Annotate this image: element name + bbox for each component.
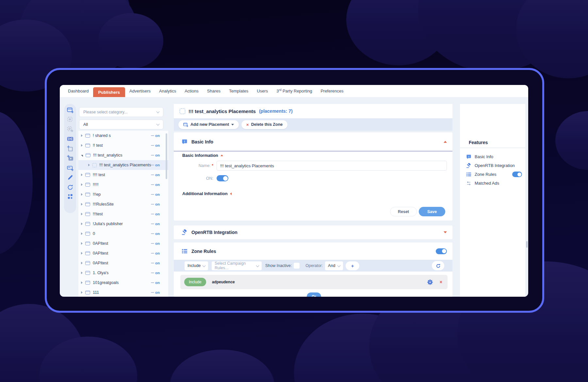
expand-node-icon[interactable] xyxy=(81,183,83,186)
tree-row[interactable]: 0APIteston xyxy=(78,258,168,268)
collapse-node-icon[interactable] xyxy=(81,155,83,157)
tree-row[interactable]: !!!epon xyxy=(78,190,168,199)
expand-node-icon[interactable] xyxy=(81,272,83,274)
item-on-toggle[interactable]: on xyxy=(151,183,160,187)
tree-item-label[interactable]: !!!RulesSite xyxy=(93,202,114,207)
expand-node-icon[interactable] xyxy=(81,193,83,196)
add-site-icon[interactable] xyxy=(67,107,74,113)
collapse-group-icon[interactable] xyxy=(220,155,223,156)
tree-row[interactable]: 0APIteston xyxy=(78,239,168,248)
nav-item-publishers[interactable]: Publishers xyxy=(93,87,125,97)
expand-node-icon[interactable] xyxy=(81,213,83,215)
expand-node-icon[interactable] xyxy=(81,203,83,206)
item-on-toggle[interactable]: on xyxy=(151,212,160,216)
expand-node-icon[interactable] xyxy=(81,262,83,264)
collapse-section-icon[interactable] xyxy=(444,141,447,143)
expand-node-icon[interactable] xyxy=(81,223,83,225)
tree-row[interactable]: !!!!!on xyxy=(78,180,168,190)
campaign-rules-select[interactable]: Select Campaign Rules... xyxy=(212,261,262,270)
nav-item-preferences[interactable]: Preferences xyxy=(316,89,348,93)
item-on-toggle[interactable]: on xyxy=(151,192,160,196)
item-on-toggle[interactable]: on xyxy=(151,134,160,138)
tree-item-label[interactable]: 0APItest xyxy=(93,261,108,265)
add-dynamic-zone-icon[interactable]: D xyxy=(67,126,74,133)
tree-item-label[interactable]: ! shared s xyxy=(93,133,111,138)
nav-item-templates[interactable]: Templates xyxy=(225,89,253,93)
add-placement-button[interactable]: Add new Placement xyxy=(178,120,239,129)
tree-item-label[interactable]: 1. Olya's xyxy=(93,271,108,275)
zone-rules-feature-toggle[interactable] xyxy=(512,172,522,177)
tree-item-label[interactable]: !!! test_analytics Placements xyxy=(99,163,151,167)
tree-item-label[interactable]: !! test xyxy=(93,143,103,148)
tree-row[interactable]: !!!! teston xyxy=(78,170,168,180)
tree-row[interactable]: !!!RulesSiteon xyxy=(78,199,168,209)
tree-row[interactable]: 0on xyxy=(78,229,168,239)
category-select[interactable]: Please select category... xyxy=(79,107,163,117)
nav-item-shares[interactable]: Shares xyxy=(203,89,225,93)
add-popup-icon[interactable] xyxy=(67,165,74,171)
add-rule-button[interactable]: + xyxy=(346,261,359,270)
add-video-spot-icon[interactable] xyxy=(67,155,74,161)
refresh-rules-button[interactable] xyxy=(432,261,444,270)
expand-node-icon[interactable] xyxy=(81,242,83,245)
tree-item-label[interactable]: !!!ep xyxy=(93,192,101,197)
show-inactive-checkbox[interactable] xyxy=(294,263,300,269)
delete-zone-button[interactable]: × Delete this Zone xyxy=(241,120,287,129)
tree-row[interactable]: !!!teston xyxy=(78,209,168,219)
zone-on-toggle[interactable] xyxy=(217,175,228,181)
gear-icon[interactable] xyxy=(427,279,433,285)
feature-item-zone-rules[interactable]: Zone Rules xyxy=(466,170,522,179)
edit-pencil-icon[interactable] xyxy=(67,174,74,181)
item-on-toggle[interactable]: on xyxy=(151,232,160,236)
item-on-toggle[interactable]: on xyxy=(151,251,160,255)
tree-row[interactable]: !! teston xyxy=(78,141,168,150)
tree-item-label[interactable]: 111 xyxy=(93,290,99,295)
item-on-toggle[interactable]: on xyxy=(151,202,160,206)
item-on-toggle[interactable]: on xyxy=(151,261,160,265)
delete-rule-icon[interactable]: × xyxy=(440,280,442,284)
nav-item-actions[interactable]: Actions xyxy=(180,89,203,93)
feature-item-openrtb[interactable]: OpenRTB Integration xyxy=(466,161,522,170)
expand-group-icon[interactable] xyxy=(230,192,232,195)
reset-button[interactable]: Reset xyxy=(390,207,417,216)
nav-item-3rd-party-reporting[interactable]: 3rd Party Reporting xyxy=(272,88,316,93)
expand-node-icon[interactable] xyxy=(81,174,83,176)
tree-item-label[interactable]: !!! test_analytics xyxy=(93,153,122,158)
operator-select[interactable]: And xyxy=(325,261,343,270)
tree-scrollbar[interactable] xyxy=(166,133,167,179)
item-on-toggle[interactable]: on xyxy=(151,153,160,157)
app-scrollbar[interactable] xyxy=(526,241,528,248)
tree-row[interactable]: 111on xyxy=(78,288,168,297)
expand-node-icon[interactable] xyxy=(81,232,83,235)
nav-item-dashboard[interactable]: Dashboard xyxy=(64,89,93,93)
add-zone-icon[interactable] xyxy=(67,116,74,123)
or-operator-button[interactable]: Or xyxy=(307,292,321,297)
item-on-toggle[interactable]: on xyxy=(151,173,160,177)
tree-item-label[interactable]: 0APItest xyxy=(93,251,108,256)
tree-row[interactable]: !!! test_analyticson xyxy=(78,150,168,160)
item-on-toggle[interactable]: on xyxy=(151,241,160,245)
tree-item-label[interactable]: !!!test xyxy=(93,212,103,216)
expand-node-icon[interactable] xyxy=(81,291,83,294)
expand-node-icon[interactable] xyxy=(81,144,83,147)
item-on-toggle[interactable]: on xyxy=(151,143,160,147)
expand-node-icon[interactable] xyxy=(81,281,83,284)
add-banner-icon[interactable] xyxy=(67,136,74,142)
feature-item-basic-info[interactable]: i Basic Info xyxy=(466,152,522,161)
scope-select[interactable]: All xyxy=(79,120,163,129)
feature-item-matched-ads[interactable]: Matched Ads xyxy=(466,179,522,188)
tree-item-label[interactable]: 101greatgoals xyxy=(93,280,119,285)
item-on-toggle[interactable]: on xyxy=(151,163,160,167)
nav-item-users[interactable]: Users xyxy=(253,89,272,93)
item-on-toggle[interactable]: on xyxy=(151,291,160,294)
zone-name-input[interactable] xyxy=(217,161,447,171)
item-on-toggle[interactable]: on xyxy=(151,271,160,275)
item-on-toggle[interactable]: on xyxy=(151,281,160,285)
tree-row[interactable]: ! shared son xyxy=(78,131,168,141)
tree-item-label[interactable]: 0APItest xyxy=(93,241,108,246)
rule-type-select[interactable]: Include xyxy=(185,261,208,270)
placements-count-link[interactable]: (placements: 7) xyxy=(259,108,293,114)
group-icon[interactable] xyxy=(67,193,74,200)
zone-rules-toggle[interactable] xyxy=(436,248,447,254)
tree-row[interactable]: 1. Olya'son xyxy=(78,268,168,278)
